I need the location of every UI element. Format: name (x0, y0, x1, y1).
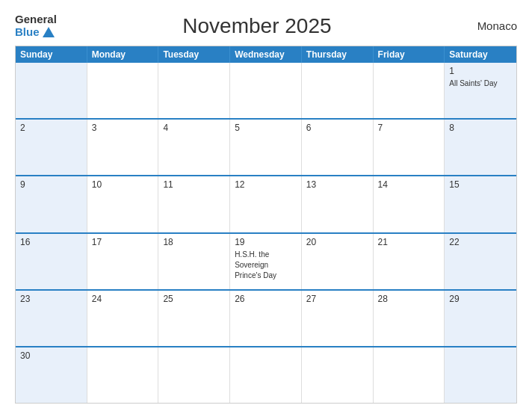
calendar-cell: 21 (374, 234, 445, 289)
day-number: 4 (163, 123, 225, 133)
logo-blue-text: Blue (15, 26, 55, 39)
day-number: 11 (163, 179, 225, 190)
calendar-week-3: 9101112131415 (16, 175, 516, 232)
calendar-cell (302, 347, 374, 403)
header: General Blue November 2025 Monaco (15, 13, 517, 38)
event-label: All Saints' Day (449, 79, 497, 87)
calendar-cell: 18 (158, 234, 230, 289)
day-number: 17 (92, 237, 154, 247)
calendar-cell: 28 (374, 291, 445, 346)
calendar-cell: 26 (230, 291, 302, 346)
day-number: 29 (449, 294, 512, 304)
calendar-body: 1All Saints' Day234567891011121314151617… (16, 63, 516, 403)
calendar-cell: 23 (16, 291, 87, 346)
calendar-cell (16, 63, 87, 118)
day-number: 9 (20, 179, 82, 190)
day-number: 27 (306, 294, 368, 304)
calendar-cell: 29 (445, 291, 516, 346)
calendar-cell: 5 (230, 120, 302, 175)
calendar-cell (302, 63, 374, 118)
calendar-week-1: 1All Saints' Day (16, 63, 516, 118)
day-number: 18 (163, 237, 225, 247)
day-number: 23 (20, 294, 82, 304)
calendar-cell (374, 347, 445, 403)
calendar-header-saturday: Saturday (445, 46, 516, 63)
day-number: 25 (163, 294, 225, 304)
calendar-cell (87, 347, 159, 403)
calendar-cell: 2 (16, 120, 87, 175)
calendar-week-6: 30 (16, 346, 516, 403)
day-number: 10 (92, 179, 154, 190)
day-number: 22 (449, 237, 512, 247)
day-number: 3 (92, 123, 154, 133)
calendar-cell: 10 (87, 176, 159, 232)
calendar-cell: 7 (374, 120, 445, 175)
day-number: 6 (306, 123, 368, 133)
calendar-cell (158, 63, 230, 118)
logo: General Blue (15, 13, 57, 38)
calendar-cell: 17 (87, 234, 159, 289)
calendar-cell: 20 (302, 234, 374, 289)
day-number: 13 (306, 179, 368, 190)
calendar-cell (445, 347, 516, 403)
event-label: H.S.H. the Sovereign Prince's Day (235, 250, 276, 279)
calendar-header-monday: Monday (87, 46, 159, 63)
calendar-cell: 24 (87, 291, 159, 346)
calendar-cell (374, 63, 445, 118)
calendar-cell: 3 (87, 120, 159, 175)
day-number: 5 (235, 123, 297, 133)
day-number: 16 (20, 237, 82, 247)
day-number: 14 (378, 179, 440, 190)
calendar-week-4: 16171819H.S.H. the Sovereign Prince's Da… (16, 232, 516, 289)
calendar-cell: 8 (445, 120, 516, 175)
calendar-cell: 27 (302, 291, 374, 346)
day-number: 26 (235, 294, 297, 304)
calendar-cell: 16 (16, 234, 87, 289)
page: General Blue November 2025 Monaco Sunday… (0, 0, 532, 411)
calendar-cell: 9 (16, 176, 87, 232)
calendar-header-tuesday: Tuesday (158, 46, 230, 63)
calendar-header-thursday: Thursday (302, 46, 374, 63)
day-number: 19 (235, 237, 297, 247)
calendar-title: November 2025 (57, 14, 457, 38)
calendar-week-2: 2345678 (16, 118, 516, 175)
calendar: SundayMondayTuesdayWednesdayThursdayFrid… (15, 46, 517, 404)
calendar-cell (158, 347, 230, 403)
calendar-cell: 15 (445, 176, 516, 232)
calendar-cell: 30 (16, 347, 87, 403)
logo-blue-label: Blue (15, 26, 40, 39)
day-number: 28 (378, 294, 440, 304)
calendar-cell: 25 (158, 291, 230, 346)
day-number: 1 (449, 66, 512, 76)
day-number: 7 (378, 123, 440, 133)
day-number: 15 (449, 179, 512, 190)
calendar-cell: 1All Saints' Day (445, 63, 516, 118)
calendar-header-sunday: Sunday (16, 46, 87, 63)
calendar-cell: 14 (374, 176, 445, 232)
day-number: 24 (92, 294, 154, 304)
calendar-cell: 12 (230, 176, 302, 232)
calendar-cell: 6 (302, 120, 374, 175)
calendar-cell (230, 63, 302, 118)
calendar-cell: 19H.S.H. the Sovereign Prince's Day (230, 234, 302, 289)
logo-triangle-icon (43, 27, 55, 37)
calendar-cell: 11 (158, 176, 230, 232)
calendar-cell (87, 63, 159, 118)
calendar-cell: 22 (445, 234, 516, 289)
logo-general-text: General (15, 13, 57, 26)
country-label: Monaco (457, 19, 517, 32)
calendar-week-5: 23242526272829 (16, 289, 516, 346)
day-number: 30 (20, 350, 82, 361)
calendar-header-row: SundayMondayTuesdayWednesdayThursdayFrid… (16, 46, 516, 63)
calendar-cell: 4 (158, 120, 230, 175)
day-number: 21 (378, 237, 440, 247)
calendar-cell (230, 347, 302, 403)
day-number: 2 (20, 123, 82, 133)
day-number: 8 (449, 123, 512, 133)
calendar-header-friday: Friday (374, 46, 445, 63)
calendar-cell: 13 (302, 176, 374, 232)
calendar-header-wednesday: Wednesday (230, 46, 302, 63)
day-number: 12 (235, 179, 297, 190)
day-number: 20 (306, 237, 368, 247)
